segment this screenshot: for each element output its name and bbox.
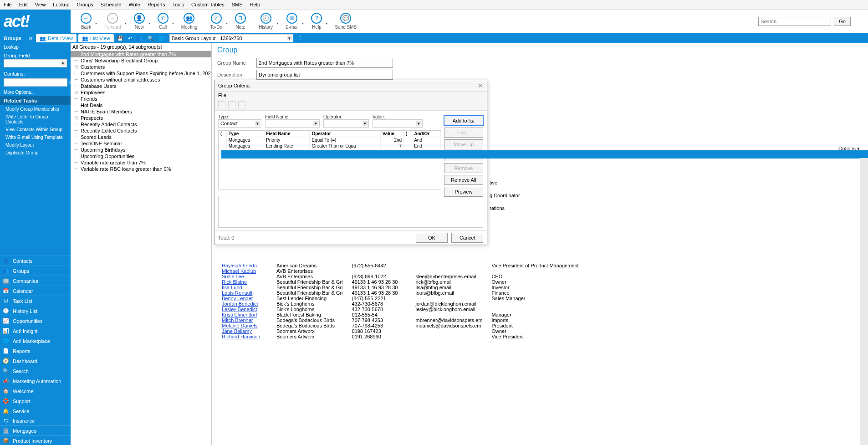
tree-item[interactable]: Customers without email addresses: [71, 77, 211, 83]
dialog-open-icon[interactable]: [228, 101, 235, 108]
contact-row[interactable]: Kristi ElmendorfBlack Forest Baking012-5…: [217, 312, 583, 317]
nav-act-marketplace[interactable]: 🌐Act! Marketplace: [0, 336, 71, 346]
tab-list-view[interactable]: 👥List View: [78, 34, 114, 42]
tree-item[interactable]: Customers: [71, 64, 211, 70]
contact-name-link[interactable]: Michael Kadlub: [222, 268, 256, 274]
contact-row[interactable]: Lesley BenedictBick's Longhorns432-730-5…: [217, 307, 583, 312]
contact-name-link[interactable]: Benny Lender: [222, 296, 253, 301]
nav-opportunities[interactable]: 📈Opportunities: [0, 316, 71, 326]
tab-detail-view[interactable]: 👥Detail View: [36, 34, 77, 42]
tree-item[interactable]: Recently Edited Contacts: [71, 128, 211, 134]
tree-item[interactable]: Friends: [71, 96, 211, 102]
tree-item[interactable]: Variable rate greater than 7%: [71, 159, 211, 166]
tree-item[interactable]: NATIE Board Members: [71, 108, 211, 115]
note-button[interactable]: 🗒Note: [229, 10, 252, 33]
nav-reports[interactable]: 📄Reports: [0, 346, 71, 356]
contact-row[interactable]: Hayleigh FriedaAmerican Dreams(972) 555-…: [217, 263, 583, 268]
menu-schedule[interactable]: Schedule: [101, 2, 122, 7]
ok-button[interactable]: OK: [416, 233, 448, 243]
tree-item[interactable]: 2nd Mortgages with Rates greater than 7%: [71, 51, 211, 57]
group-field-select[interactable]: Group Name: [4, 59, 67, 67]
contact-row[interactable]: Louis RenaultBeautiful Friendship Bar & …: [217, 290, 583, 296]
nav-task-list[interactable]: ☑Task List: [0, 296, 71, 306]
search-go-button[interactable]: Go: [834, 17, 851, 26]
dialog-save-icon[interactable]: [238, 101, 245, 108]
tree-item[interactable]: Prospects: [71, 115, 211, 121]
contact-row[interactable]: Michael KadlubAVB Enterprises: [217, 268, 583, 274]
menu-lookup[interactable]: Lookup: [53, 2, 69, 7]
forward-button[interactable]: →Forward▾: [98, 10, 128, 33]
contact-row[interactable]: Suzie LeeAVB Enterprises(623) 898-1022sl…: [217, 274, 583, 279]
tree-item[interactable]: Recently Added Contacts: [71, 121, 211, 128]
dialog-file-menu[interactable]: File: [218, 92, 226, 98]
group-name-input[interactable]: [256, 58, 393, 68]
menu-reports[interactable]: Reports: [148, 2, 165, 7]
nav-product-inventory[interactable]: 📦Product Inventory: [0, 435, 71, 445]
contact-row[interactable]: Jane BellamyBoomers Artworx0198 167423Ow…: [217, 328, 583, 334]
contact-name-link[interactable]: Hayleigh Frieda: [222, 263, 257, 268]
contact-row[interactable]: Benny LenderBest Lender Financing(847) 5…: [217, 296, 583, 301]
contact-name-link[interactable]: Louis Renault: [222, 290, 252, 296]
menu-view[interactable]: View: [35, 2, 46, 7]
contact-name-link[interactable]: Jordan Benedict: [222, 301, 258, 307]
tree-item[interactable]: Chris' Networking Breakfast Group: [71, 57, 211, 64]
contact-row[interactable]: Rick BlaineBeautiful Friendship Bar & Gr…: [217, 279, 583, 285]
nav-groups[interactable]: 👥Groups: [0, 266, 71, 276]
move-up-button[interactable]: Move Up: [444, 139, 483, 149]
contains-input[interactable]: [4, 78, 67, 87]
dialog-close-icon[interactable]: ✕: [478, 82, 483, 89]
add-to-list-button[interactable]: Add to list: [444, 116, 483, 126]
overflow-icon[interactable]: ⋮: [296, 36, 305, 41]
nav-support[interactable]: 🛟Support: [0, 396, 71, 406]
refresh-icon[interactable]: ⟳: [27, 36, 35, 41]
nav-companies[interactable]: 🏢Companies: [0, 276, 71, 286]
criteria-textarea[interactable]: [218, 196, 483, 228]
menu-custom-tables[interactable]: Custom Tables: [191, 2, 225, 7]
nav-mortgages[interactable]: 🏦Mortgages: [0, 425, 71, 435]
nav-dashboard[interactable]: 🧭Dashboard: [0, 356, 71, 366]
tree-item[interactable]: Customers with Support Plans Expiring be…: [71, 70, 211, 77]
to-do-button[interactable]: ✓To-Do▾: [204, 10, 229, 33]
group-desc-input[interactable]: [256, 70, 393, 80]
operator-select[interactable]: [323, 119, 369, 128]
nav-search[interactable]: 🔍Search: [0, 366, 71, 376]
world-icon[interactable]: 🌐: [157, 36, 167, 41]
related-write-e-mail-using-template[interactable]: Write E-mail Using Template: [0, 133, 71, 141]
contact-name-link[interactable]: Richard Harvison: [222, 334, 260, 339]
edit-button[interactable]: Edit...: [444, 128, 483, 138]
contact-name-link[interactable]: Rick Blaine: [222, 279, 247, 285]
tree-item[interactable]: Upcoming Birthdays: [71, 147, 211, 153]
new-button[interactable]: 👤New▾: [128, 10, 151, 33]
nav-marketing-automation[interactable]: 📣Marketing Automation: [0, 376, 71, 386]
contact-row[interactable]: Ilsa LundBeautiful Friendship Bar & Gri4…: [217, 285, 583, 290]
tree-item[interactable]: Employees: [71, 89, 211, 96]
criteria-row[interactable]: MortgagesLending RateGreater Than or Equ…: [219, 143, 441, 149]
nav-act-insight[interactable]: 📊Act! Insight: [0, 326, 71, 336]
related-view-contacts-within-group[interactable]: View Contacts Within Group: [0, 126, 71, 133]
cancel-button[interactable]: Cancel: [451, 233, 483, 243]
remove-button[interactable]: Remove: [444, 163, 483, 173]
preview-button[interactable]: Preview: [444, 187, 483, 197]
tree-item[interactable]: Hot Deals: [71, 102, 211, 108]
related-duplicate-group[interactable]: Duplicate Group: [0, 149, 71, 157]
save-icon[interactable]: 💾: [115, 36, 125, 41]
menu-sms[interactable]: SMS: [232, 2, 243, 7]
nav-welcome[interactable]: 🏠Welcome: [0, 386, 71, 396]
criteria-row[interactable]: MortgagesPriorityEqual To (=)2ndAnd: [219, 137, 441, 143]
lookup-label[interactable]: Lookup: [0, 43, 71, 51]
help-button[interactable]: ?Help▾: [305, 10, 328, 33]
search-input[interactable]: [758, 17, 831, 26]
contact-row[interactable]: Richard HarvisonBoomers Artworx0191 2689…: [217, 334, 583, 339]
meeting-button[interactable]: 👥Meeting: [175, 10, 204, 33]
menu-edit[interactable]: Edit: [19, 2, 28, 7]
contact-name-link[interactable]: Jane Bellamy: [222, 328, 252, 334]
contact-name-link[interactable]: Mitch Brenner: [222, 317, 253, 323]
back-button[interactable]: ←Back▾: [74, 10, 98, 33]
contact-row[interactable]: Jordan BenedictBick's Longhorns432-730-5…: [217, 301, 583, 307]
remove-all-button[interactable]: Remove All: [444, 175, 483, 185]
contact-name-link[interactable]: Suzie Lee: [222, 274, 244, 279]
contact-row[interactable]: Mitch BrennerBodega's Bodacious Birds707…: [217, 317, 583, 323]
people-icon[interactable]: 👥: [135, 36, 145, 41]
send-sms-button[interactable]: 💬Send SMS: [328, 10, 363, 33]
contact-name-link[interactable]: Melanie Daniels: [222, 323, 257, 328]
